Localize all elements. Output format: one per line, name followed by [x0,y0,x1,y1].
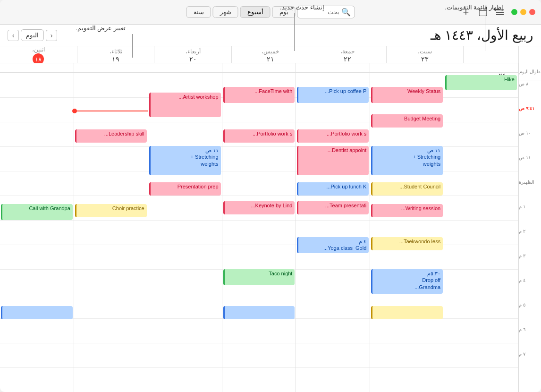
event-7pm-fri[interactable] [371,306,443,319]
col-mon: Leadership skill... Choir practice [74,73,148,392]
time-label-3: ٣ م [519,252,541,277]
col-fri: Weekly Status Budget Meeting ١١ ص Stretc… [370,73,444,392]
event-dentist[interactable]: Dentist appoint... [297,146,369,175]
col-wed: FaceTime with... Portfolio work s... Key… [222,73,296,392]
event-presentation-prep[interactable]: Presentation prep [149,182,221,196]
event-writing-session[interactable]: Writing session... [371,204,443,217]
event-choir[interactable]: Choir practice [75,204,147,217]
day-num-fri: ٢٢ [344,55,351,63]
event-call-grandpa[interactable]: Call with Grandpa [1,204,73,220]
all-day-fri [370,63,444,72]
time-label-noon: الظهيرة [519,179,541,203]
calendar-window: إظهار قائمة التقويمات. إنشاء حدث جديد. ت… [0,0,541,392]
event-keynote[interactable]: Keynote by Lind... [223,201,295,214]
time-label-10: ١٠ ص [519,129,541,154]
event-7pm-sun[interactable] [1,306,73,319]
add-event-button[interactable]: + [459,6,473,19]
time-label-9: ٩:٤١ ص [519,105,541,129]
search-input[interactable] [302,9,339,16]
all-day-row [0,63,518,73]
next-button[interactable]: ‹ [46,30,57,41]
day-header-fri: جمعة، ٢٢ [309,46,387,65]
event-pick-up-coffee[interactable]: Pick up coffee P... [297,87,369,103]
all-day-thu [296,63,370,72]
event-weekly-status[interactable]: Weekly Status [371,87,443,103]
close-button[interactable] [529,9,535,15]
day-name-wed: أربعاء، [186,48,201,55]
event-taco-night[interactable]: Taco night [223,269,295,285]
svg-rect-1 [496,12,504,13]
all-day-tue [148,63,222,72]
sidebar-icon [496,9,504,15]
time-label-5: ٥ م [519,301,541,326]
time-label-2: ٢ م [519,228,541,252]
event-stretching-fri[interactable]: ١١ ص Stretching + weights [371,146,443,175]
col-sun: Call with Grandpa [0,73,74,392]
titlebar-left: + [459,6,535,19]
day-num-wed: ٢٠ [189,55,197,63]
event-drop-off[interactable]: ٥:٣٠م Drop off Grandma... [371,269,443,294]
all-day-sun [0,63,74,72]
time-label-8: ٨ ص [519,80,541,105]
search-box[interactable]: 🔍 [297,6,355,18]
time-label-1: ١ م [519,203,541,228]
prev-button[interactable]: › [8,30,19,41]
view-year-button[interactable]: سنة [186,6,211,18]
view-month-button[interactable]: شهر [213,6,238,18]
time-label-4: ٤ م [519,277,541,301]
view-switcher: 🔍 يوم أسبوع شهر سنة [186,6,355,18]
nav-arrows: ‹ اليوم › [8,29,57,41]
event-7pm-wed[interactable] [223,306,295,319]
maximize-button[interactable] [511,9,517,15]
event-hike[interactable]: Hike [445,75,517,90]
today-button[interactable]: اليوم [21,29,44,41]
svg-rect-3 [479,9,487,16]
time-label-6: ٦ م [519,326,541,350]
col-sat: Hike [444,73,518,392]
time-label-11: ١١ ص [519,154,541,179]
all-day-mon [74,63,148,72]
svg-rect-0 [496,9,504,10]
time-label-7: ٧ م [519,350,541,375]
all-day-label: طوال اليوم [519,63,541,80]
time-labels-col: طوال اليوم ٨ ص ٩:٤١ ص ١٠ ص ١١ ص الظهيرة … [518,63,541,392]
all-day-wed [222,63,296,72]
event-team-presentation[interactable]: Team presentati... [297,201,369,214]
event-pick-up-lunch[interactable]: Pick up lunch K... [297,182,369,196]
day-header-mon: اثنين، ١٨ [0,46,77,65]
col-thu: Pick up coffee P... Portfolio work s... … [296,73,370,392]
col-tue: Artist workshop... ١١ ص Stretching + wei… [148,73,222,392]
event-facetime[interactable]: FaceTime with... [223,87,295,103]
titlebar: + 🔍 يوم أسبوع شهر سنة [0,0,541,25]
day-name-fri: جمعة، [340,48,355,55]
day-header-sat: سبت، ٢٣ [387,46,464,65]
event-student-council[interactable]: Student Council... [371,182,443,196]
event-yoga[interactable]: ٤ م Yoga class Gold... [297,237,369,253]
event-taekwondo[interactable]: Taekwondo less... [371,237,443,250]
event-budget-meeting[interactable]: Budget Meeting [371,114,443,128]
day-header-thu: خميس، ٢١ [232,46,309,65]
calendar-container: سبت، ٢٣ جمعة، ٢٢ خميس، ٢١ أربعاء، ٢٠ ثلا… [0,46,541,392]
time-grid: Hike Weekly Status Budget Meeting ١١ ص S… [0,73,518,392]
day-name-tue: ثلاثاء، [110,48,122,55]
view-week-button[interactable]: أسبوع [240,6,270,18]
view-day-button[interactable]: يوم [272,6,296,18]
day-name-thu: خميس، [262,48,279,55]
calendar-list-button[interactable] [476,6,490,19]
current-time-dot [72,109,77,113]
event-artist-workshop[interactable]: Artist workshop... [149,93,221,117]
day-name-mon: اثنين، [32,46,45,53]
event-portfolio-wed[interactable]: Portfolio work s... [223,129,295,143]
day-name-sat: سبت، [418,48,432,55]
calendar-title: ربيع الأول، ١٤٤٣ هـ [61,27,533,43]
event-leadership[interactable]: Leadership skill... [75,129,147,143]
search-icon: 🔍 [341,8,351,17]
sidebar-toggle-button[interactable] [493,6,507,19]
day-headers: سبت، ٢٣ جمعة، ٢٢ خميس، ٢١ أربعاء، ٢٠ ثلا… [0,46,541,63]
minimize-button[interactable] [520,9,526,15]
titlebar-icons: + [459,6,507,19]
event-portfolio-thu[interactable]: Portfolio work s... [297,129,369,143]
day-num-tue: ١٩ [112,55,119,63]
day-header-tue: ثلاثاء، ١٩ [77,46,155,65]
event-stretching-tue[interactable]: ١١ ص Stretching + weights [149,146,221,175]
